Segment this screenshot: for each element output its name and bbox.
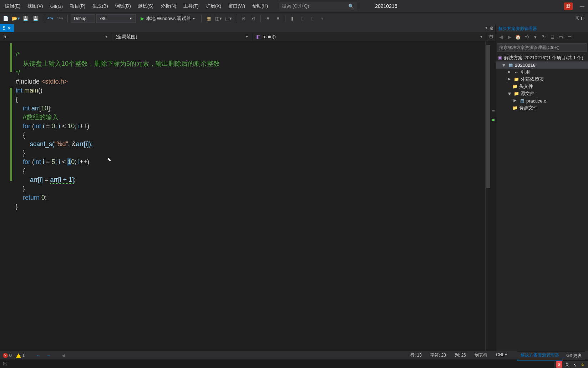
toolbar-icon[interactable]: ▭ [558,34,564,40]
file-tab[interactable]: 5 ✕ [0,24,14,32]
tree-headers-node[interactable]: 📁 头文件 [496,83,588,90]
warning-count[interactable]: 1 [16,353,25,358]
start-debugging-button[interactable]: ▶ 本地 Windows 调试器 ▾ [137,14,198,23]
toolbar-icon[interactable]: ⊟ [549,34,556,40]
code-content[interactable]: /* 从键盘上输入10个整数，删除下标为5的元素，输出删除后的剩余整数 */ #… [14,41,485,351]
error-bar: ✕ 0 1 ← → ◀ 行: 13 字符: 23 列: 26 制表符 CRLF … [0,351,588,359]
ime-emoji-icon[interactable]: ☺ [579,361,586,368]
outdent-icon[interactable]: ≡ [274,14,282,23]
status-char: 字符: 23 [430,352,446,358]
search-input[interactable]: 搜索 (Ctrl+Q) 🔍 [279,2,357,10]
project-name-label: 20210216 [368,3,404,9]
menu-analyze[interactable]: 分析(N) [157,1,180,11]
platform-dropdown[interactable]: x86▼ [96,14,136,23]
tab-bar: 5 ✕ ▼ ⚙ [0,24,495,32]
toolbar-icon[interactable]: ▾ [318,14,327,23]
uncomment-icon[interactable]: ⎗ [249,14,258,23]
forward-icon[interactable]: ▶ [506,34,513,40]
ime-sogou-icon[interactable]: S [556,361,562,368]
ime-punct-icon[interactable]: •, [572,361,578,368]
solution-tree[interactable]: ▣ 解决方案"20210216"(1 个项目/共 1 个) ⯆ ▤ 202102… [496,53,588,351]
solution-search-input[interactable]: 搜索解决方案资源管理器(Ctrl+;) [497,43,587,52]
tree-external-node[interactable]: ⯈ 📁 外部依赖项 [496,76,588,83]
bookmark-icon[interactable]: ▮ [288,14,297,23]
undo-icon[interactable]: ↶▾ [46,14,55,23]
indent-icon[interactable]: ≡ [264,14,272,23]
status-tabs[interactable]: 制表符 [475,352,487,358]
status-eol[interactable]: CRLF [496,352,507,358]
open-icon[interactable]: 📂▾ [11,14,20,23]
expand-icon[interactable]: ⯆ [501,63,506,67]
redo-icon[interactable]: ↷▾ [56,14,65,23]
toolbar-icon[interactable]: ◫▾ [214,14,223,23]
back-icon[interactable]: ◀ [498,34,504,40]
hscroll-left-icon[interactable]: ◀ [62,353,65,358]
toolbar-icon[interactable]: ⬚▾ [224,14,233,23]
live-share-label[interactable]: Li [581,16,584,21]
side-tab-git[interactable]: Git 更改 [563,351,585,360]
toolbar-icon[interactable]: ▯ [298,14,307,23]
prev-arrow-icon[interactable]: ← [36,353,40,358]
side-tab-solution[interactable]: 解决方案资源管理器 [517,351,563,360]
toolbar-icon[interactable]: ▦ [204,14,213,23]
expand-icon[interactable]: ⯈ [507,70,512,74]
nav-project-dropdown[interactable]: 5▼ [0,33,112,41]
tree-resources-node[interactable]: 📁 资源文件 [496,104,588,111]
comment-icon[interactable]: ⎘ [239,14,248,23]
sync-icon[interactable]: ⟲ [523,34,530,40]
config-dropdown[interactable]: Debug [71,14,95,23]
dropdown-icon[interactable]: ▼ [485,26,488,31]
expand-icon[interactable]: ⯆ [507,92,512,96]
nav-function-dropdown[interactable]: ◧ main()▼ [253,33,487,41]
toolbar-icon[interactable]: ▭ [566,34,573,40]
references-icon: ▪▫ [513,69,519,75]
menu-project[interactable]: 项目(P) [66,1,89,11]
tree-solution-node[interactable]: ▣ 解决方案"20210216"(1 个项目/共 1 个) [496,54,588,61]
c-file-icon: ▤ [519,98,525,104]
live-share-icon[interactable]: ⇱ [576,16,579,21]
separator [67,15,68,22]
separator [260,15,261,22]
code-editor[interactable]: − − − − /* 从键盘上输入10个整数，删除下标为5的元素，输出删除后的剩… [0,41,495,351]
separator [236,15,236,22]
menu-view[interactable]: 视图(V) [24,1,46,11]
refresh-icon[interactable]: ↻ [541,34,547,40]
menu-debug[interactable]: 调试(D) [112,1,135,11]
play-icon: ▶ [141,16,144,21]
error-count[interactable]: ✕ 0 [3,353,12,358]
menu-edit[interactable]: 编辑(E) [1,1,24,11]
main-area: 5 ✕ ▼ ⚙ 5▼ (全局范围)▼ ◧ main()▼ ⊞ [0,24,588,351]
menu-build[interactable]: 生成(B) [89,1,111,11]
menu-git[interactable]: Git(G) [47,1,66,11]
toolbar-icon[interactable]: ▯ [308,14,317,23]
vertical-scrollbar[interactable] [485,41,491,351]
menu-help[interactable]: 帮助(H) [249,1,272,11]
tree-sources-node[interactable]: ⯆ 📁 源文件 [496,90,588,97]
save-all-icon[interactable]: 💾 [31,14,40,23]
gear-icon[interactable]: ⚙ [490,26,494,31]
output-tab[interactable]: 出 [3,361,7,367]
folder-icon: 📁 [512,84,518,89]
menu-tools[interactable]: 工具(T) [180,1,202,11]
toolbar-icon[interactable]: ▾ [532,34,538,40]
tree-file-node[interactable]: ⯈ ▤ practice.c [496,97,588,104]
search-placeholder: 搜索 (Ctrl+Q) [282,3,309,9]
ime-lang[interactable]: 英 [564,361,570,368]
menu-window[interactable]: 窗口(W) [225,1,249,11]
window-minimize-icon[interactable]: — [580,4,584,9]
tree-references-node[interactable]: ⯈ ▪▫ 引用 [496,69,588,76]
next-arrow-icon[interactable]: → [46,353,50,358]
home-icon[interactable]: 🏠 [515,34,521,40]
menu-test[interactable]: 测试(S) [135,1,157,11]
nav-scope-dropdown[interactable]: (全局范围)▼ [112,33,253,41]
tree-project-node[interactable]: ⯆ ▤ 20210216 [496,61,588,69]
expand-icon[interactable]: ⯈ [507,78,512,81]
cube-icon: ◧ [256,34,260,39]
split-icon[interactable]: ⊞ [487,34,495,39]
close-icon[interactable]: ✕ [7,26,11,31]
save-icon[interactable]: 💾 [21,14,30,23]
menu-extensions[interactable]: 扩展(X) [202,1,225,11]
new-file-icon[interactable]: 📄 [1,14,10,23]
expand-icon[interactable]: ⯈ [513,99,518,103]
new-badge[interactable]: 新 [564,3,573,10]
